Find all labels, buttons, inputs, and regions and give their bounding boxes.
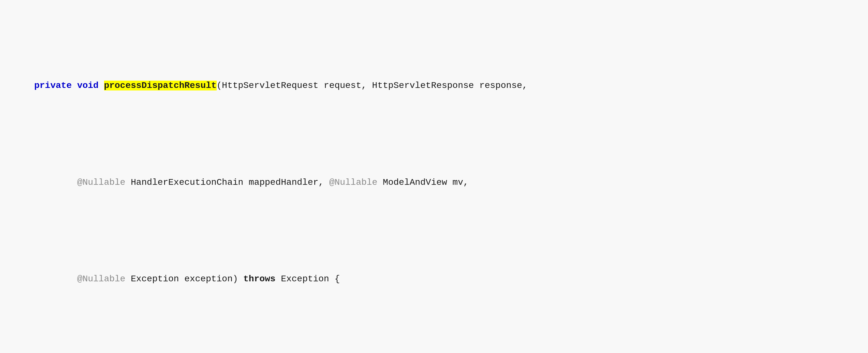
annotation-nullable-2: @Nullable	[329, 177, 377, 187]
method-name-highlight: processDispatchResult	[104, 81, 217, 91]
code-block: private void processDispatchResult(HttpS…	[13, 9, 855, 353]
code-line-2: @Nullable HandlerExecutionChain mappedHa…	[13, 162, 855, 203]
code-line-1: private void processDispatchResult(HttpS…	[13, 65, 855, 106]
annotation-nullable-3: @Nullable	[77, 274, 125, 284]
keyword-throws: throws	[244, 274, 276, 284]
annotation-nullable-1: @Nullable	[77, 177, 125, 187]
keyword-void: void	[77, 81, 99, 91]
keyword-private: private	[34, 81, 72, 91]
code-line-3: @Nullable Exception exception) throws Ex…	[13, 258, 855, 300]
